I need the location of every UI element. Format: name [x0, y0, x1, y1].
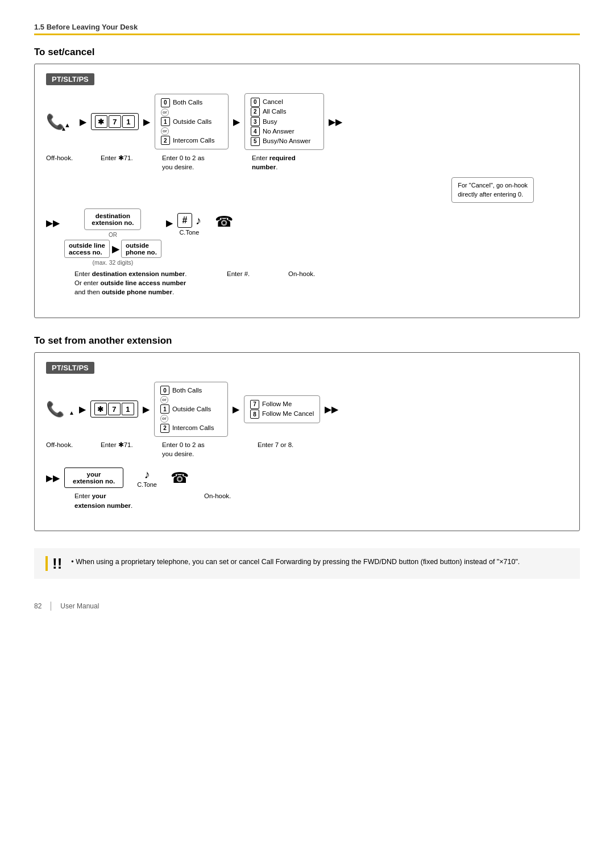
opt-allcalls-row: 2 All Calls: [251, 107, 318, 116]
phone-onhook-icon-1: ☎: [215, 213, 233, 231]
label-yourext: Enter yourextension number.: [74, 491, 177, 510]
flow-section-4: ▶▶ yourextension no. ♪ C.Tone ☎ Ent: [46, 468, 568, 510]
key-7: 7: [109, 115, 121, 128]
pt-box-1: PT/SLT/PS 📞▲ ▲ ▶ ✱ 7 1 ▶ 0: [34, 64, 580, 318]
hash-ctone-area: # ♪ C.Tone: [177, 213, 201, 236]
double-arrow-3: ▶▶: [325, 404, 338, 415]
hash-box: #: [177, 213, 192, 228]
option-row-2calls: 2 Intercom Calls: [161, 136, 222, 145]
label-enter78: Enter 7 or 8.: [258, 440, 326, 449]
label-offhook-2: Off-hook.: [46, 440, 92, 449]
opt2-text-outside: Outside Calls: [172, 404, 211, 414]
pt-label-2: PT/SLT/PS: [46, 362, 94, 374]
opt-num-busy: 3: [251, 117, 260, 126]
opt2-text-intercom: Intercom Calls: [172, 423, 214, 433]
onhook-area-2: ☎: [171, 469, 189, 487]
dest-area: destinationextension no. OR outside line…: [64, 208, 161, 266]
key-asterisk: ✱: [95, 115, 107, 128]
page: 1.5 Before Leaving Your Desk To set/canc…: [0, 0, 614, 868]
section-header: 1.5 Before Leaving Your Desk: [34, 23, 580, 35]
subsection2-title: To set from another extension: [34, 335, 580, 347]
opt-text-noanswer: No Answer: [263, 127, 294, 136]
label-enter02-2: Enter 0 to 2 as you desire.: [162, 440, 247, 458]
page-footer: 82 User Manual: [34, 602, 580, 611]
ctone-area-2: ♪ C.Tone: [137, 468, 157, 488]
opt-text-intercom: Intercom Calls: [173, 136, 215, 145]
opt-num-0: 0: [161, 98, 170, 107]
onhook-area-1: ☎: [215, 213, 233, 231]
follow-row-8: 8 Follow Me Cancel: [250, 409, 314, 419]
opt-num-busynoanswer: 5: [251, 137, 260, 146]
key-asterisk-2: ✱: [94, 403, 107, 415]
ctone-label-1: C.Tone: [179, 229, 199, 236]
cancel-options-box: 0 Cancel 2 All Calls 3 Busy 4 No Answer: [244, 93, 324, 150]
follow-text-8: Follow Me Cancel: [262, 409, 314, 419]
key-1-2: 1: [122, 403, 134, 415]
or2-badge-2: or: [160, 415, 168, 423]
or-row-1: or: [161, 108, 222, 117]
opt-text-busynoanswer: Busy/No Answer: [263, 136, 310, 146]
flow-row-4: ▶▶ yourextension no. ♪ C.Tone ☎: [46, 468, 568, 488]
note-content: When using a proprietary telephone, you …: [76, 558, 520, 566]
note-bullet: •: [71, 558, 76, 566]
music-note-icon-2: ♪: [144, 468, 150, 481]
or2-row-2: or: [160, 414, 222, 423]
label-dest: Enter destination extension number.Or en…: [74, 269, 211, 297]
outside-phone-box: outsidephone no.: [121, 240, 161, 258]
opt-text-cancel: Cancel: [263, 97, 283, 107]
opt2-row-0: 0 Both Calls: [160, 386, 222, 395]
label-onhook-2: On-hook.: [204, 491, 250, 500]
label-enter02-1: Enter 0 to 2 as you desire.: [162, 153, 242, 172]
opt-num-cancel: 0: [251, 98, 260, 107]
arrow-3: ▶: [233, 116, 240, 127]
follow-num-7: 7: [250, 400, 259, 409]
flow-section-1: 📞▲ ▲ ▶ ✱ 7 1 ▶ 0 Both Calls: [46, 93, 568, 203]
page-number: 82: [34, 602, 42, 610]
arrow-2: ▶: [143, 116, 150, 127]
flow-row-1: 📞▲ ▲ ▶ ✱ 7 1 ▶ 0 Both Calls: [46, 93, 568, 150]
cancel-note-area: For "Cancel", go on-hook directly after …: [46, 177, 568, 203]
label-offhook-1: Off-hook.: [46, 153, 92, 162]
footer-title: User Manual: [60, 602, 99, 610]
opt-num-1: 1: [161, 117, 170, 126]
follow-row-7: 7 Follow Me: [250, 399, 314, 409]
arrow-outside: ▶: [112, 244, 119, 254]
key-sequence-71: ✱ 7 1: [91, 113, 139, 130]
opt-busy-row: 3 Busy: [251, 117, 318, 127]
label-enterreq-1: Enter requirednumber.: [252, 153, 343, 172]
hash-ctone-row: # ♪: [177, 213, 201, 228]
note-box: !! • When using a proprietary telephone,…: [34, 548, 580, 579]
note-bang-icon: !!: [45, 556, 62, 571]
label-onhook-1: On-hook.: [288, 269, 334, 278]
key-7-2: 7: [108, 403, 121, 415]
options-box-2: 0 Both Calls or 1 Outside Calls or: [154, 382, 228, 437]
label-enter71-2: Enter ✱71.: [101, 440, 152, 449]
section-header-text: 1.5 Before Leaving Your Desk: [34, 23, 138, 31]
ctone-label-2: C.Tone: [137, 481, 157, 488]
double-arrow-1: ▶▶: [329, 116, 342, 127]
flow-row-2: ▶▶ destinationextension no. OR outside l…: [46, 208, 568, 266]
section2: To set from another extension PT/SLT/PS …: [34, 335, 580, 531]
or-badge-1: or: [161, 108, 169, 116]
key-1: 1: [122, 115, 135, 128]
arrow-5: ▶: [79, 404, 86, 415]
cancel-note: For "Cancel", go on-hook directly after …: [451, 177, 534, 203]
opt-text-both: Both Calls: [173, 98, 202, 107]
subsection1-title: To set/cancel: [34, 47, 580, 58]
opt-text-busy: Busy: [263, 117, 277, 127]
label-enter71-1: Enter ✱71.: [101, 153, 152, 162]
option-row-0calls: 0 Both Calls: [161, 98, 222, 107]
opt2-num-2: 2: [160, 424, 169, 433]
or2-row-1: or: [160, 395, 222, 404]
or-badge-2: or: [161, 127, 169, 135]
opt2-row-1: 1 Outside Calls: [160, 404, 222, 414]
flow-labels-row-4: Enter yourextension number. On-hook.: [46, 491, 568, 510]
outside-flow: outside lineaccess no. ▶ outsidephone no…: [64, 240, 161, 258]
arrow-1: ▶: [80, 116, 86, 127]
max-digits: (max. 32 digits): [93, 259, 134, 266]
phone-onhook-icon-2: ☎: [171, 469, 189, 486]
opt-busynoanswer-row: 5 Busy/No Answer: [251, 136, 318, 146]
follow-options-box: 7 Follow Me 8 Follow Me Cancel: [244, 395, 320, 423]
follow-text-7: Follow Me: [262, 399, 292, 409]
arrow-7: ▶: [233, 404, 239, 415]
